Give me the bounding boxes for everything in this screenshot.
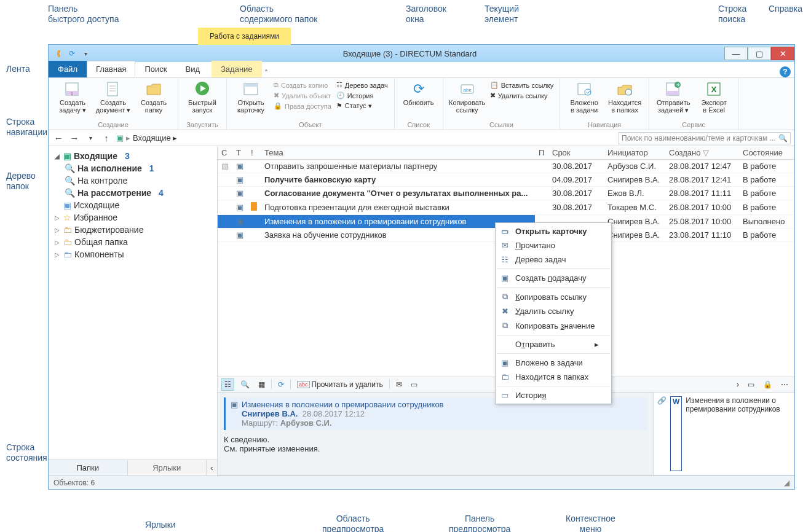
preview-body-text: К сведению. См. принятые изменения. [224, 435, 647, 453]
preview-more-button[interactable]: ⋯ [778, 379, 791, 390]
tab-task[interactable]: Задание [212, 61, 262, 77]
preview-tree-view-button[interactable]: ☷ [221, 378, 234, 391]
resize-grip-icon[interactable]: ◢ [784, 479, 789, 487]
create-copy-button[interactable]: ⧉Создать копию [272, 80, 333, 90]
tree-favorites[interactable]: ▷☆Избранное [51, 211, 215, 224]
col-state[interactable]: Состояние [739, 146, 794, 160]
table-row[interactable]: ▣Согласование документа "Отчет о результ… [218, 187, 794, 200]
group-run-label: Запустить [186, 121, 218, 130]
svg-text:abc: abc [463, 87, 471, 93]
task-tree-button[interactable]: ☷Дерево задач [335, 80, 389, 90]
table-row[interactable]: ▣Подготовка презентации для ежегодной вы… [218, 200, 794, 215]
quick-run-button[interactable]: Быстрый запуск [183, 79, 221, 114]
app-window: ⟪ ⟳ ▾ Работа с заданиями Входящие (3) - … [48, 44, 795, 490]
folder-tree: ◢▣Входящие 3 🔍На исполнение 1 🔍На контро… [49, 146, 218, 475]
tree-budget[interactable]: ▷🗀Бюджетирование [51, 224, 215, 236]
preview-doc-button[interactable]: ▭ [745, 379, 757, 390]
tab-file[interactable]: Файл [49, 61, 87, 77]
col-c[interactable]: С [218, 146, 232, 160]
tree-tab-shortcuts[interactable]: Ярлыки [128, 460, 207, 475]
preview-search-button[interactable]: 🔍 [238, 379, 252, 390]
send-task-button[interactable]: Отправить задачей ▾ [654, 79, 692, 114]
ctx-copy-link[interactable]: ⧉Копировать ссылку [496, 289, 611, 304]
col-t[interactable]: Т [232, 146, 247, 160]
ctx-send[interactable]: Отправить▸ [496, 337, 611, 351]
tab-search[interactable]: Поиск [135, 61, 176, 77]
history-button[interactable]: 🕘История [335, 91, 389, 100]
preview-lock-button[interactable]: 🔒 [761, 379, 775, 390]
preview-card-button[interactable]: ▭ [408, 379, 420, 390]
tree-shared[interactable]: ▷🗀Общая папка [51, 236, 215, 248]
refresh-button[interactable]: ⟳Обновить [400, 79, 438, 106]
qa-dropdown-icon[interactable]: ▾ [81, 49, 90, 58]
col-initiator[interactable]: Инициатор [604, 146, 665, 160]
preview-attachments: 🔗 W Изменения в положении о премировании… [653, 393, 794, 475]
callout-navrow: Строка навигации [6, 117, 47, 138]
ctx-delete-link[interactable]: ✖Удалить ссылку [496, 304, 611, 318]
delete-link-button[interactable]: ✖Удалить ссылку [489, 91, 555, 100]
col-subject[interactable]: Тема [261, 146, 535, 160]
ribbon-collapse-icon[interactable]: ˄ [262, 69, 271, 77]
export-excel-button[interactable]: XЭкспорт в Excel [695, 79, 733, 114]
subtask-icon: ▣ [499, 273, 510, 283]
status-button[interactable]: ⚑Статус ▾ [335, 101, 389, 111]
table-row[interactable]: ▨▣Отправить запрошенные материалы партне… [218, 160, 794, 173]
tree-inbox[interactable]: ◢▣Входящие 3 [51, 150, 215, 162]
ctx-open-card[interactable]: ▭Открыть карточку [496, 224, 611, 238]
maximize-button[interactable]: ▢ [748, 47, 771, 60]
ctx-task-tree[interactable]: ☷Дерево задач [496, 252, 611, 267]
tree-tab-collapse[interactable]: ‹ [206, 460, 217, 475]
preview-grid-button[interactable]: ▦ [256, 379, 267, 390]
create-task-button[interactable]: 1Создать задачу ▾ [53, 79, 92, 114]
tab-view[interactable]: Вид [176, 61, 209, 77]
paste-link-button[interactable]: 📋Вставить ссылку [489, 80, 555, 90]
nav-forward-icon[interactable]: → [68, 133, 81, 143]
ctx-history[interactable]: ▭История [496, 388, 611, 402]
col-created[interactable]: Создано ▽ [665, 146, 739, 160]
nav-up-icon[interactable]: ↑ [100, 133, 113, 143]
create-document-button[interactable]: Создать документ ▾ [94, 79, 132, 114]
create-folder-button[interactable]: Создать папку [135, 79, 173, 114]
search-input[interactable]: Поиск по наименованию/теме и карточкам .… [619, 132, 791, 144]
attachment-title[interactable]: Изменения в положении о премировании сот… [686, 396, 791, 471]
col-p[interactable]: П [535, 146, 548, 160]
col-flag[interactable]: ! [247, 146, 261, 160]
in-folders-icon: 🗀 [499, 372, 510, 381]
ctx-create-subtask[interactable]: ▣Создать подзадачу [496, 271, 611, 285]
ctx-copy-value[interactable]: ⧉Копировать значение [496, 318, 611, 333]
nav-back-icon[interactable]: ← [52, 133, 65, 143]
refresh-icon[interactable]: ⟳ [67, 49, 77, 58]
in-folders-button[interactable]: Находится в папках [606, 79, 644, 114]
tree-components[interactable]: ▷🗀Компоненты [51, 248, 215, 260]
open-card-button[interactable]: Открыть карточку [232, 79, 270, 114]
callout-preview-area: Область предпросмотра [322, 514, 384, 532]
ctx-in-tasks[interactable]: ▣Вложено в задачи [496, 356, 611, 370]
tree-review[interactable]: 🔍На рассмотрение 4 [51, 187, 215, 199]
nav-history-dropdown[interactable]: ▾ [84, 135, 97, 141]
breadcrumb[interactable]: ▣ ▸ Входящие ▸ [116, 133, 177, 143]
close-button[interactable]: ✕ [771, 47, 794, 60]
tree-control[interactable]: 🔍На контроле [51, 174, 215, 187]
delete-object-button[interactable]: ✖Удалить объект [272, 91, 333, 100]
tree-outbox[interactable]: ▣Исходящие [51, 199, 215, 211]
help-button[interactable]: ? [780, 66, 791, 77]
word-icon: W [670, 396, 682, 471]
preview-expand-button[interactable]: › [734, 379, 742, 390]
preview-refresh-button[interactable]: ⟳ [275, 379, 287, 390]
minimize-button[interactable]: — [724, 47, 748, 60]
col-due[interactable]: Срок [548, 146, 604, 160]
copy-link-button[interactable]: abcКопировать ссылку [448, 79, 486, 114]
table-row[interactable]: ▣Получите банковскую карту04.09.2017Сниг… [218, 173, 794, 187]
access-rights-button[interactable]: 🔒Права доступа [272, 101, 333, 111]
tab-home[interactable]: Главная [87, 61, 135, 77]
callout-search: Строка поиска [718, 4, 746, 25]
search-folder-icon: 🔍 [65, 163, 75, 173]
in-tasks-button[interactable]: Вложено в задачи [565, 79, 603, 114]
ctx-read[interactable]: ✉Прочитано [496, 238, 611, 252]
ctx-in-folders[interactable]: 🗀Находится в папках [496, 370, 611, 384]
preview-read-delete-button[interactable]: abcПрочитать и удалить [295, 379, 386, 390]
preview-mail-button[interactable]: ✉ [394, 379, 405, 390]
svg-point-14 [625, 89, 631, 95]
tree-exec[interactable]: 🔍На исполнение 1 [51, 162, 215, 174]
tree-tab-folders[interactable]: Папки [49, 460, 128, 475]
